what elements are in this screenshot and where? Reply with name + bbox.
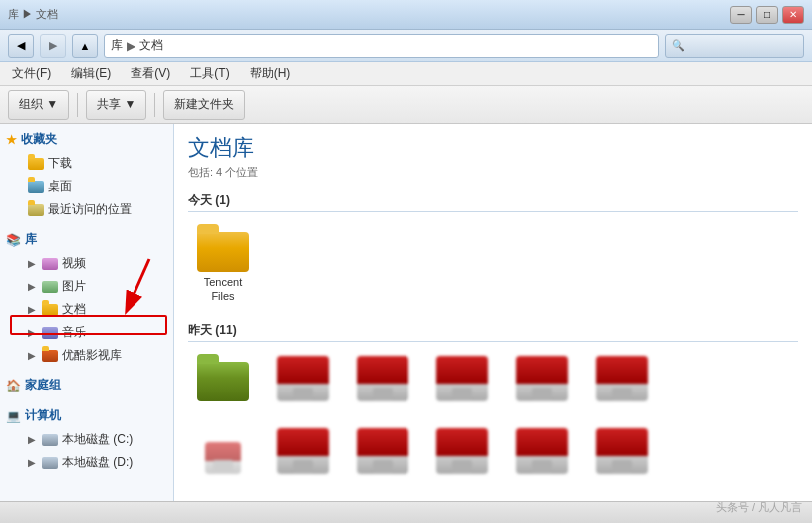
file-item-11[interactable] [587, 422, 657, 481]
toolbar-sep1 [77, 93, 78, 117]
title-bar-buttons: ─ □ ✕ [730, 6, 804, 24]
video-arrow: ▶ [28, 258, 38, 269]
file-item-3[interactable] [427, 350, 497, 408]
music-arrow: ▶ [28, 327, 38, 338]
file-item-0[interactable] [188, 350, 258, 408]
library-title: 文档库 [188, 133, 798, 163]
red-shape-7 [357, 428, 408, 474]
address-box[interactable]: 库 ▶ 文档 [104, 34, 659, 58]
file-item-2[interactable] [348, 350, 417, 408]
favorites-label: 收藏夹 [21, 131, 57, 148]
file-item-10[interactable] [507, 422, 577, 481]
title-bar: 库 ▶ 文档 ─ □ ✕ [0, 0, 812, 30]
red-icon-2 [355, 354, 410, 401]
menu-edit[interactable]: 编辑(E) [67, 63, 115, 84]
menu-help[interactable]: 帮助(H) [246, 63, 295, 84]
menu-view[interactable]: 查看(V) [127, 63, 174, 84]
file-item-4[interactable] [507, 350, 577, 408]
address-sep1: ▶ [127, 39, 135, 53]
computer-label: 计算机 [25, 407, 61, 424]
youku-icon [42, 350, 58, 362]
recent-folder-icon [28, 204, 44, 216]
status-bar [0, 501, 812, 523]
menu-file[interactable]: 文件(F) [8, 63, 55, 84]
document-folder-icon [42, 304, 58, 316]
computer-icon: 💻 [6, 409, 21, 423]
sidebar-item-disk-d[interactable]: ▶ 本地磁盘 (D:) [0, 451, 173, 474]
tencent-folder-icon [195, 224, 251, 272]
yesterday-files-grid-row1 [188, 350, 798, 408]
folder-green-shape [197, 362, 249, 401]
youku-label: 优酷影视库 [62, 347, 122, 364]
file-item-5[interactable] [587, 350, 657, 408]
sidebar-library-header[interactable]: 📚 库 [0, 227, 173, 252]
red-icon-10 [594, 426, 650, 474]
document-arrow: ▶ [28, 304, 38, 315]
file-item-9[interactable] [427, 422, 497, 481]
close-button[interactable]: ✕ [782, 6, 804, 24]
sidebar-item-youku[interactable]: ▶ 优酷影视库 [0, 344, 173, 367]
yesterday-section-header: 昨天 (11) [188, 322, 798, 342]
sidebar-item-download[interactable]: 下载 [0, 152, 173, 175]
today-section-header: 今天 (1) [188, 192, 798, 212]
red-icon-small [195, 426, 251, 474]
sidebar-computer-header[interactable]: 💻 计算机 [0, 403, 173, 428]
video-icon [42, 258, 58, 270]
sidebar: ★ 收藏夹 下载 桌面 最近访问的位置 📚 库 ▶ [0, 124, 174, 501]
sidebar-item-document[interactable]: ▶ 文档 [0, 298, 173, 321]
organize-button[interactable]: 组织 ▼ [8, 90, 69, 120]
file-item-tencent[interactable]: TencentFiles [188, 220, 258, 308]
forward-button[interactable]: ▶ [40, 34, 66, 58]
sidebar-item-picture[interactable]: ▶ 图片 [0, 275, 173, 298]
minimize-button[interactable]: ─ [730, 6, 752, 24]
red-shape-6 [277, 428, 329, 474]
menu-bar: 文件(F) 编辑(E) 查看(V) 工具(T) 帮助(H) [0, 62, 812, 86]
red-icon-3 [434, 354, 490, 401]
search-button[interactable]: 🔍 [665, 34, 804, 58]
file-item-1[interactable] [268, 350, 338, 408]
window-container: 库 ▶ 文档 ─ □ ✕ ◀ ▶ ▲ 库 ▶ 文档 🔍 文件(F) 编辑(E) … [0, 0, 812, 523]
green-folder-icon [195, 354, 251, 401]
file-item-8[interactable] [348, 422, 417, 481]
back-button[interactable]: ◀ [8, 34, 34, 58]
tencent-label: TencentFiles [204, 275, 243, 304]
picture-arrow: ▶ [28, 281, 38, 292]
red-icon-4 [514, 354, 570, 401]
picture-icon [42, 281, 58, 293]
red-icon-8 [434, 426, 490, 474]
red-shape-2 [357, 356, 408, 401]
star-icon: ★ [6, 133, 17, 147]
title-path: 库 ▶ 文档 [8, 7, 58, 22]
desktop-label: 桌面 [48, 178, 72, 195]
red-icon-7 [355, 426, 410, 474]
sidebar-item-video[interactable]: ▶ 视频 [0, 252, 173, 275]
homegroup-label: 家庭组 [25, 377, 61, 393]
sidebar-favorites-header[interactable]: ★ 收藏夹 [0, 128, 173, 152]
download-label: 下载 [48, 155, 72, 172]
library-label: 库 [25, 231, 37, 248]
file-item-6[interactable] [188, 422, 258, 481]
sidebar-item-disk-c[interactable]: ▶ 本地磁盘 (C:) [0, 428, 173, 451]
disk-d-icon [42, 457, 58, 469]
up-button[interactable]: ▲ [72, 34, 98, 58]
menu-tools[interactable]: 工具(T) [186, 63, 233, 84]
yesterday-files-grid-row2 [188, 422, 798, 481]
sidebar-item-recent[interactable]: 最近访问的位置 [0, 198, 173, 221]
sidebar-item-music[interactable]: ▶ 音乐 [0, 321, 173, 344]
disk-d-label: 本地磁盘 (D:) [62, 454, 133, 471]
desktop-folder-icon [28, 181, 44, 193]
share-button[interactable]: 共享 ▼ [86, 90, 146, 120]
maximize-button[interactable]: □ [756, 6, 778, 24]
sidebar-homegroup-header[interactable]: 🏠 家庭组 [0, 373, 173, 397]
red-shape-9 [516, 428, 568, 474]
sidebar-item-desktop[interactable]: 桌面 [0, 175, 173, 198]
address-part2: 文档 [139, 37, 163, 54]
download-folder-icon [28, 158, 44, 170]
file-item-7[interactable] [268, 422, 338, 481]
red-icon-6 [275, 426, 331, 474]
red-shape-1 [277, 356, 329, 401]
library-subtitle: 包括: 4 个位置 [188, 165, 798, 180]
new-folder-button[interactable]: 新建文件夹 [163, 90, 245, 120]
disk-d-arrow: ▶ [28, 457, 38, 468]
red-icon-1 [275, 354, 331, 401]
